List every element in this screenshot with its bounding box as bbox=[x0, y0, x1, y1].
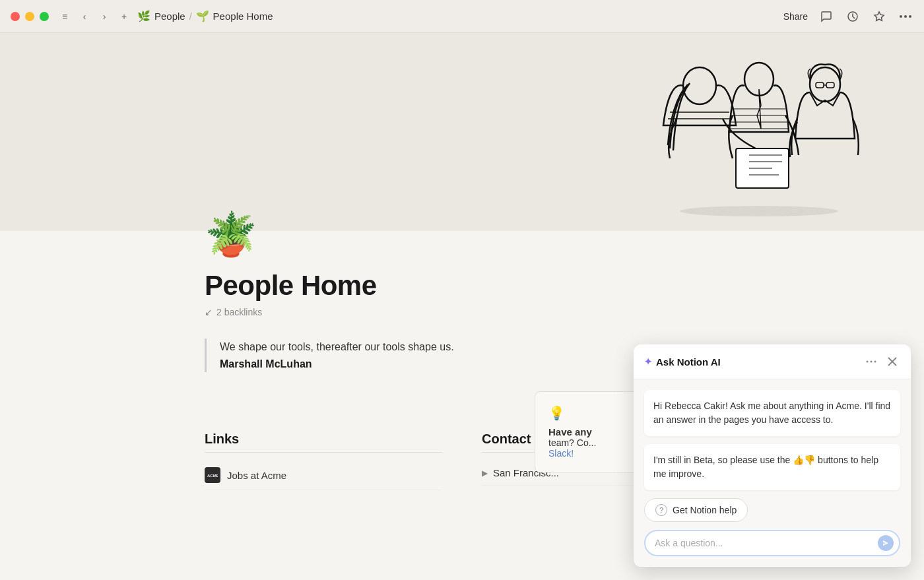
quote-author: Marshall McLuhan bbox=[220, 356, 454, 373]
forward-button[interactable]: › bbox=[96, 9, 112, 24]
close-button[interactable] bbox=[11, 12, 20, 21]
ai-more-button[interactable] bbox=[863, 354, 879, 370]
title-bar: ≡ ‹ › + 🌿 People / 🌱 People Home Share bbox=[0, 0, 924, 33]
backlinks-arrow-icon: ↙ bbox=[205, 307, 213, 317]
get-notion-help-button[interactable]: ? Get Notion help bbox=[644, 498, 748, 522]
menu-button[interactable]: ≡ bbox=[57, 9, 73, 24]
acme-logo-icon: ACME bbox=[205, 467, 220, 483]
get-notion-help-label: Get Notion help bbox=[673, 505, 737, 515]
svg-rect-13 bbox=[826, 82, 834, 88]
quote-block: We shape our tools, thereafter our tools… bbox=[205, 338, 454, 372]
svg-point-2 bbox=[904, 15, 907, 18]
share-button[interactable]: Share bbox=[783, 11, 808, 22]
breadcrumb-parent-icon: 🌿 bbox=[137, 10, 150, 22]
ai-message-2: I'm still in Beta, so please use the 👍👎 … bbox=[644, 444, 900, 490]
ai-panel: ✦ Ask Notion AI Hi Rebecca Cakir! Ask me… bbox=[634, 344, 911, 567]
backlinks[interactable]: ↙ 2 backlinks bbox=[205, 307, 719, 317]
more-button[interactable] bbox=[898, 9, 913, 24]
minimize-button[interactable] bbox=[25, 12, 34, 21]
svg-text:ACME: ACME bbox=[207, 474, 218, 478]
page-icon: 🪴 bbox=[205, 210, 719, 259]
svg-point-1 bbox=[900, 15, 902, 18]
page-title: People Home bbox=[205, 270, 719, 302]
ai-input-area bbox=[644, 530, 900, 556]
back-button[interactable]: ‹ bbox=[77, 9, 92, 24]
svg-rect-12 bbox=[816, 82, 824, 88]
help-circle-icon: ? bbox=[655, 504, 667, 516]
breadcrumb-current-label: People Home bbox=[213, 11, 273, 22]
ai-panel-header: ✦ Ask Notion AI bbox=[634, 344, 911, 379]
sparkle-icon: ✦ bbox=[644, 356, 652, 367]
add-button[interactable]: + bbox=[116, 9, 132, 24]
breadcrumb-separator: / bbox=[189, 11, 192, 22]
ai-panel-controls bbox=[863, 354, 900, 370]
title-bar-right: Share bbox=[783, 9, 913, 24]
ai-question-input[interactable] bbox=[644, 530, 900, 556]
breadcrumb-current-icon: 🌱 bbox=[196, 10, 209, 22]
ai-close-button[interactable] bbox=[884, 354, 900, 370]
traffic-lights bbox=[11, 12, 49, 21]
hero-banner bbox=[0, 33, 924, 231]
breadcrumb-parent-label[interactable]: People bbox=[154, 11, 185, 22]
ai-message-1: Hi Rebecca Cakir! Ask me about anything … bbox=[644, 390, 900, 436]
quote-text: We shape our tools, thereafter our tools… bbox=[220, 338, 454, 356]
link-item-label: Jobs at Acme bbox=[227, 470, 286, 481]
breadcrumb: 🌿 People / 🌱 People Home bbox=[137, 10, 273, 22]
svg-point-18 bbox=[871, 361, 873, 363]
links-section-title: Links bbox=[205, 432, 442, 453]
chevron-right-icon: ▶ bbox=[482, 468, 488, 478]
history-button[interactable] bbox=[845, 9, 861, 24]
favorite-button[interactable] bbox=[871, 9, 887, 24]
backlinks-count: 2 backlinks bbox=[216, 307, 262, 317]
maximize-button[interactable] bbox=[40, 12, 49, 21]
ai-panel-body: Hi Rebecca Cakir! Ask me about anything … bbox=[634, 379, 911, 567]
ai-send-button[interactable] bbox=[878, 535, 894, 551]
ai-panel-title-text: Ask Notion AI bbox=[656, 356, 721, 368]
ai-panel-title: ✦ Ask Notion AI bbox=[644, 356, 863, 368]
svg-point-3 bbox=[909, 15, 911, 18]
svg-point-11 bbox=[810, 67, 840, 102]
nav-controls: ≡ ‹ › + bbox=[57, 9, 132, 24]
comment-button[interactable] bbox=[818, 9, 834, 24]
svg-point-17 bbox=[867, 361, 869, 363]
hero-illustration bbox=[634, 46, 871, 218]
links-section: Links ACME Jobs at Acme bbox=[205, 432, 442, 490]
svg-point-19 bbox=[874, 361, 876, 363]
list-item[interactable]: ACME Jobs at Acme bbox=[205, 461, 442, 490]
